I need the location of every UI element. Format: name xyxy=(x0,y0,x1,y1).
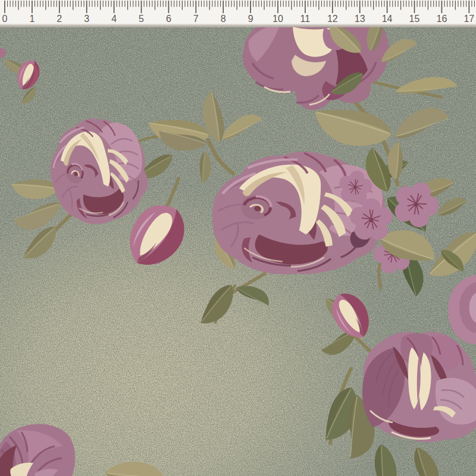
svg-text:15: 15 xyxy=(409,14,420,24)
svg-text:10: 10 xyxy=(273,14,283,24)
svg-text:1: 1 xyxy=(29,14,35,24)
svg-text:17: 17 xyxy=(464,14,474,24)
svg-text:9: 9 xyxy=(248,14,253,24)
svg-text:14: 14 xyxy=(382,14,393,24)
svg-text:11: 11 xyxy=(300,14,311,24)
svg-text:4: 4 xyxy=(111,14,117,24)
svg-text:5: 5 xyxy=(139,14,144,24)
svg-text:3: 3 xyxy=(84,14,89,24)
svg-text:8: 8 xyxy=(221,14,226,24)
svg-text:7: 7 xyxy=(193,14,199,24)
svg-text:12: 12 xyxy=(327,14,338,24)
svg-text:13: 13 xyxy=(355,14,365,24)
svg-text:6: 6 xyxy=(166,14,171,24)
svg-text:16: 16 xyxy=(437,14,447,24)
svg-text:0: 0 xyxy=(2,14,8,24)
svg-text:2: 2 xyxy=(57,14,62,24)
